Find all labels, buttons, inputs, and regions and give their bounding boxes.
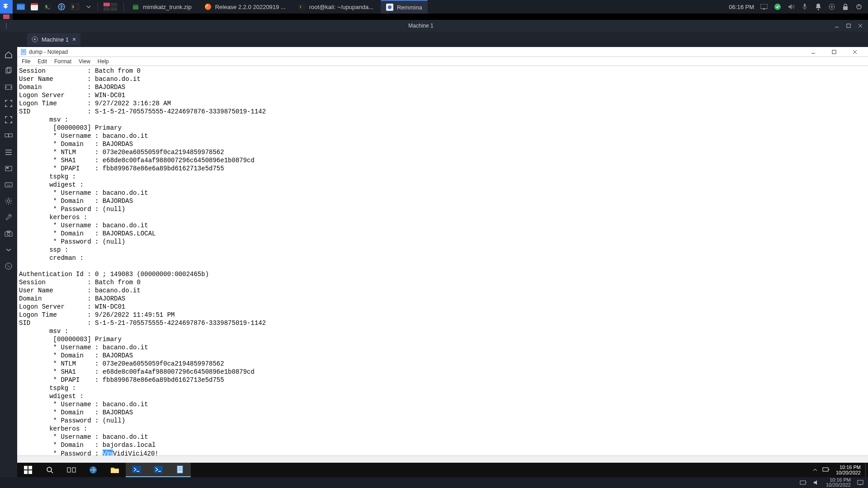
np-minimize-button[interactable] bbox=[803, 47, 824, 57]
host-network-icon[interactable] bbox=[800, 480, 807, 485]
remmina-icon bbox=[386, 4, 393, 11]
network-icon[interactable] bbox=[821, 463, 831, 477]
terminal-icon[interactable]: $_ bbox=[42, 0, 54, 14]
powershell2-button[interactable] bbox=[147, 463, 169, 477]
powershell-button[interactable] bbox=[126, 463, 147, 477]
menu-format[interactable]: Format bbox=[52, 57, 74, 66]
remmina-tab[interactable]: Machine 1 × bbox=[27, 33, 80, 46]
notepad-taskbar-button[interactable] bbox=[169, 463, 191, 477]
workspace-indicator[interactable] bbox=[101, 0, 121, 14]
kali-top-panel: $_ mimikatz_trunk.zipRelease 2.2.0 20220… bbox=[0, 0, 868, 14]
volume-icon[interactable] bbox=[788, 3, 795, 10]
terminal-icon bbox=[298, 3, 306, 10]
taskview-button[interactable] bbox=[61, 463, 82, 477]
svg-rect-33 bbox=[5, 134, 9, 137]
task-label: root@kali: ~/upupanda... bbox=[309, 4, 373, 10]
svg-rect-1 bbox=[17, 5, 24, 9]
ie-button[interactable] bbox=[82, 463, 104, 477]
menu-view[interactable]: View bbox=[76, 57, 93, 66]
fullscreen-icon[interactable] bbox=[2, 98, 15, 109]
taskbar-item[interactable]: Remmina bbox=[381, 0, 428, 14]
files-icon[interactable] bbox=[14, 0, 27, 14]
svg-rect-10 bbox=[104, 7, 110, 11]
browser-icon[interactable] bbox=[28, 0, 41, 14]
svg-text:$_: $_ bbox=[45, 5, 50, 9]
svg-rect-51 bbox=[72, 468, 75, 472]
camera-icon[interactable] bbox=[2, 228, 15, 239]
taskbar-item[interactable]: mimikatz_trunk.zip bbox=[127, 0, 197, 14]
np-close-button[interactable] bbox=[844, 47, 865, 57]
svg-rect-13 bbox=[133, 5, 138, 6]
svg-rect-57 bbox=[823, 468, 828, 471]
display-icon[interactable] bbox=[760, 3, 768, 10]
notepad-titlebar[interactable]: dump - Notepad bbox=[17, 47, 868, 57]
chevron-down-icon[interactable] bbox=[2, 244, 15, 256]
svg-rect-56 bbox=[177, 466, 183, 473]
svg-rect-53 bbox=[111, 469, 119, 473]
kali-menu-button[interactable] bbox=[0, 0, 13, 14]
chevron-down-icon[interactable] bbox=[82, 0, 95, 14]
host-notifications-icon[interactable] bbox=[857, 479, 863, 486]
notepad-statusbar bbox=[17, 455, 868, 463]
update-icon[interactable] bbox=[774, 3, 781, 10]
tab-close-icon[interactable]: × bbox=[72, 36, 76, 43]
np-maximize-button[interactable] bbox=[824, 47, 844, 57]
terminal2-icon[interactable] bbox=[69, 0, 81, 14]
screenlayout-icon[interactable] bbox=[2, 163, 15, 174]
menu-edit[interactable]: Edit bbox=[35, 57, 50, 66]
power-icon[interactable] bbox=[855, 3, 863, 10]
disconnect-icon[interactable] bbox=[2, 260, 15, 272]
panel-clock[interactable]: 06:16 PM bbox=[729, 4, 754, 10]
search-button[interactable] bbox=[39, 463, 61, 477]
svg-point-22 bbox=[818, 9, 819, 10]
globe-icon[interactable] bbox=[55, 0, 68, 14]
svg-rect-19 bbox=[763, 9, 765, 9]
mic-icon[interactable] bbox=[801, 3, 808, 10]
svg-point-49 bbox=[47, 467, 52, 472]
copy-icon[interactable] bbox=[2, 65, 15, 77]
svg-rect-44 bbox=[832, 50, 836, 54]
explorer-button[interactable] bbox=[104, 463, 126, 477]
notepad-menu: FileEditFormatViewHelp bbox=[17, 57, 868, 66]
svg-rect-47 bbox=[24, 470, 28, 474]
svg-rect-58 bbox=[800, 481, 806, 484]
svg-point-40 bbox=[7, 233, 10, 235]
gear-icon[interactable] bbox=[2, 195, 15, 207]
show-desktop-button[interactable] bbox=[865, 463, 868, 477]
svg-rect-27 bbox=[847, 24, 850, 28]
menu-file[interactable]: File bbox=[19, 57, 33, 66]
notepad-text-area[interactable]: Session : Batch from 0 User Name : bacan… bbox=[17, 66, 868, 455]
maximize-button[interactable] bbox=[844, 22, 853, 30]
keyboard-icon[interactable] bbox=[2, 179, 15, 191]
windows-clock[interactable]: 10:16 PM 10/20/2022 bbox=[831, 465, 865, 475]
minimize-button[interactable] bbox=[833, 22, 841, 30]
tray-up-icon[interactable] bbox=[810, 463, 821, 477]
svg-rect-59 bbox=[858, 480, 863, 484]
multi-monitor-icon[interactable] bbox=[2, 130, 15, 142]
taskbar-item[interactable]: Release 2.2.0 20220919 ... bbox=[199, 0, 291, 14]
host-clock[interactable]: 10:16 PM 10/20/2022 bbox=[826, 478, 851, 488]
svg-rect-37 bbox=[5, 183, 12, 187]
close-button[interactable] bbox=[856, 22, 864, 30]
menu-help[interactable]: Help bbox=[95, 57, 112, 66]
grab-input-icon[interactable] bbox=[2, 114, 15, 126]
home-icon[interactable] bbox=[2, 49, 15, 61]
win-date: 10/20/2022 bbox=[836, 470, 861, 475]
resize-icon[interactable] bbox=[2, 81, 15, 93]
svg-rect-32 bbox=[5, 85, 12, 89]
svg-rect-48 bbox=[28, 470, 32, 474]
host-volume-icon[interactable] bbox=[813, 480, 820, 485]
wrench-icon[interactable] bbox=[2, 211, 15, 223]
notepad-title-text: dump - Notepad bbox=[29, 49, 68, 55]
menu-lines-icon[interactable] bbox=[2, 146, 15, 158]
svg-rect-18 bbox=[760, 4, 768, 9]
lock-icon[interactable] bbox=[842, 3, 849, 10]
svg-point-38 bbox=[7, 200, 10, 202]
menu-dots-icon[interactable]: ⋮ bbox=[0, 22, 13, 29]
taskbar-item[interactable]: root@kali: ~/upupanda... bbox=[293, 0, 379, 14]
svg-rect-26 bbox=[3, 14, 9, 19]
bell-icon[interactable] bbox=[815, 3, 822, 10]
start-button[interactable] bbox=[17, 463, 39, 477]
plus-icon[interactable] bbox=[828, 3, 835, 10]
archive-icon bbox=[132, 3, 139, 10]
